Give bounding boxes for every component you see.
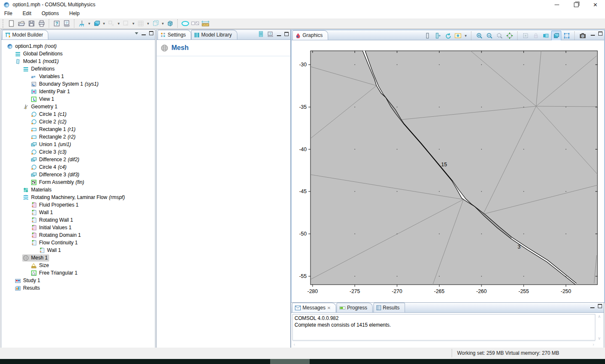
close-button[interactable]: ✕ xyxy=(586,0,605,9)
zoom-oval-button[interactable] xyxy=(180,19,190,28)
tree-item-circle-2[interactable]: Circle 2(c2) xyxy=(1,118,155,126)
build-all-button[interactable] xyxy=(165,19,175,28)
tree-item-study-1[interactable]: Study 1 xyxy=(1,277,155,284)
tree-item-model-1[interactable]: Model 1(mod1) xyxy=(1,58,155,65)
transform-button[interactable] xyxy=(106,19,116,28)
minimize-panel-icon[interactable] xyxy=(277,32,281,36)
panel-menu-icon[interactable] xyxy=(135,32,138,34)
minimize-panel-icon[interactable] xyxy=(591,32,595,36)
measure-button[interactable] xyxy=(200,19,210,28)
scene-light-dropdown-icon[interactable]: ▼ xyxy=(463,31,468,40)
scroll-up-icon[interactable]: ∧ xyxy=(598,314,601,319)
menu-options[interactable]: Options xyxy=(37,9,63,16)
tree-item-definitions[interactable]: Definitions xyxy=(1,65,155,73)
tree-item-global-definitions[interactable]: Global Definitions xyxy=(1,50,155,58)
transform-dropdown-icon[interactable]: ▼ xyxy=(116,19,121,28)
vertical-scrollbar[interactable]: ∧∨ xyxy=(596,314,602,340)
tree-item-circle-4[interactable]: Circle 4(c4) xyxy=(1,163,155,171)
geometry-draw-dropdown-icon[interactable]: ▼ xyxy=(102,19,106,28)
open-button[interactable] xyxy=(16,19,26,28)
clear-mesh-button[interactable] xyxy=(77,19,87,28)
scroll-left-icon[interactable]: ‹ xyxy=(294,342,295,347)
scroll-down-icon[interactable]: ∨ xyxy=(598,336,601,340)
tree-item-materials[interactable]: Materials xyxy=(1,186,155,194)
wireframe-cube-dropdown-icon[interactable]: ▼ xyxy=(160,19,165,28)
zoom-box-button[interactable] xyxy=(495,31,504,40)
tree-item-fluid-properties-1[interactable]: Fluid Properties 1 xyxy=(1,201,155,209)
tree-item-wall-1[interactable]: Wall 1 xyxy=(1,209,155,216)
zoom-out-button[interactable] xyxy=(485,31,494,40)
tab-graphics[interactable]: Graphics xyxy=(292,30,328,40)
tree-item-size[interactable]: Size xyxy=(1,262,155,269)
scroll-right-icon[interactable]: › xyxy=(593,342,594,347)
tree-item-identity-pair-1[interactable]: Identity Pair 1 xyxy=(1,88,155,95)
tab-progress[interactable]: Progress xyxy=(337,303,373,312)
menu-file[interactable]: File xyxy=(0,9,16,16)
close-tab-icon[interactable]: ✕ xyxy=(327,306,331,310)
tree-item-flow-continuity-1[interactable]: Flow Continuity 1 xyxy=(1,239,155,246)
tree-item-initial-values-1[interactable]: Initial Values 1 xyxy=(1,224,155,231)
tab-results[interactable]: Results xyxy=(374,303,405,312)
zoom-in-button[interactable] xyxy=(475,31,484,40)
pane-left-button[interactable] xyxy=(423,31,432,40)
tree-item-rotating-domain-1[interactable]: Rotating Domain 1 xyxy=(1,231,155,239)
tree-item-variables-1[interactable]: a=Variables 1 xyxy=(1,73,155,80)
mesh-build-button[interactable] xyxy=(136,19,146,28)
zoom-extents-button[interactable] xyxy=(505,31,514,40)
documentation-button[interactable]: ? xyxy=(62,19,72,28)
boolean-ops-button[interactable] xyxy=(121,19,131,28)
tab-messages[interactable]: Messages ✕ xyxy=(292,303,336,312)
tree-item-form-assembly[interactable]: Form Assembly(fin) xyxy=(1,178,155,186)
tab-model-library[interactable]: Model Library xyxy=(191,30,237,39)
window-layout-button[interactable] xyxy=(190,19,200,28)
boolean-ops-dropdown-icon[interactable]: ▼ xyxy=(131,19,136,28)
snapshot-button[interactable] xyxy=(578,31,587,40)
taskbar-active-app[interactable] xyxy=(270,359,310,364)
help-button[interactable]: ? xyxy=(52,19,62,28)
menu-edit[interactable]: Edit xyxy=(18,9,36,16)
maximize-panel-icon[interactable] xyxy=(598,31,602,36)
tree-item-union-1[interactable]: Union 1(uni1) xyxy=(1,141,155,148)
building-icon[interactable] xyxy=(258,31,264,37)
minimize-panel-icon[interactable] xyxy=(590,304,594,308)
rotate-reset-button[interactable] xyxy=(443,31,452,40)
select-frame-button[interactable] xyxy=(562,31,571,40)
transparency-button[interactable] xyxy=(541,31,550,40)
tree-item-rotating-machinery-laminar-flow[interactable]: Rotating Machinery, Laminar Flow(rmspf) xyxy=(1,194,155,201)
tree-item-rectangle-2[interactable]: Rectangle 2(r2) xyxy=(1,133,155,141)
wireframe-cube-button[interactable] xyxy=(150,19,160,28)
maximize-panel-icon[interactable] xyxy=(149,31,153,35)
help-docs-icon[interactable]: ? xyxy=(267,31,274,37)
save-button[interactable] xyxy=(26,19,37,28)
tree-item-circle-1[interactable]: Circle 1(c1) xyxy=(1,110,155,118)
model-builder-tab[interactable]: Model Builder xyxy=(2,30,48,39)
mesh-build-dropdown-icon[interactable]: ▼ xyxy=(146,19,150,28)
tab-settings[interactable]: Settings xyxy=(158,30,191,39)
ortho-button[interactable] xyxy=(531,31,540,40)
geometry-draw-button[interactable] xyxy=(92,19,102,28)
tree-item-option1-mph[interactable]: option1.mph(root) xyxy=(1,42,155,50)
maximize-panel-icon[interactable] xyxy=(598,304,602,308)
tree-item-mesh-1[interactable]: Mesh 1 xyxy=(1,254,155,262)
print-button[interactable] xyxy=(37,19,47,28)
tree-item-results[interactable]: Results xyxy=(1,284,155,292)
tree-item-rotating-wall-1[interactable]: Rotating Wall 1 xyxy=(1,216,155,224)
maximize-panel-icon[interactable] xyxy=(284,32,289,36)
restore-button[interactable] xyxy=(566,0,586,9)
tree-item-wall-1[interactable]: Wall 1 xyxy=(1,246,155,254)
tree-item-difference-3[interactable]: Difference 3(dif3) xyxy=(1,171,155,178)
horizontal-scrollbar[interactable]: ‹› xyxy=(292,341,595,347)
tree-item-free-triangular-1[interactable]: Free Triangular 1 xyxy=(1,269,155,277)
menu-help[interactable]: Help xyxy=(65,9,84,16)
clear-mesh-dropdown-icon[interactable]: ▼ xyxy=(87,19,92,28)
minimize-button[interactable] xyxy=(547,0,566,9)
tree-item-boundary-system-1[interactable]: Boundary System 1(sys1) xyxy=(1,80,155,88)
graphics-canvas[interactable]: -280-275-270-265-260-255-250-30-35-40-45… xyxy=(292,40,602,301)
minimize-panel-icon[interactable] xyxy=(142,31,146,35)
scene-light-button[interactable] xyxy=(453,31,463,40)
tree-item-geometry-1[interactable]: Geometry 1 xyxy=(1,103,155,110)
shaded-pressed-button[interactable] xyxy=(551,31,561,41)
tree-item-rectangle-1[interactable]: Rectangle 1(r1) xyxy=(1,126,155,133)
pane-right-button[interactable] xyxy=(433,31,442,40)
tree-item-circle-3[interactable]: Circle 3(c3) xyxy=(1,148,155,156)
